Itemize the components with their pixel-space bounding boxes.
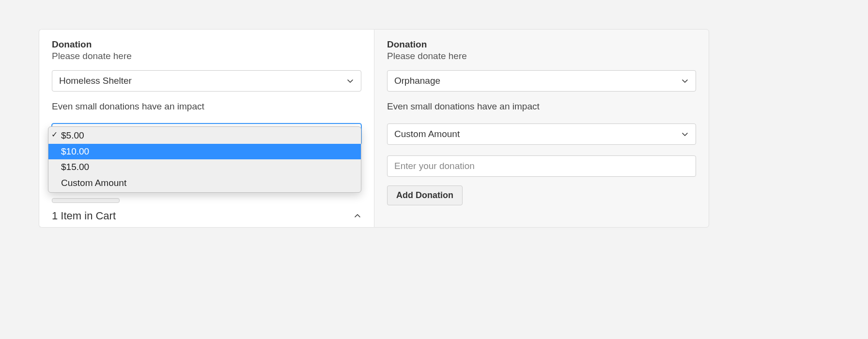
donation-subtitle: Please donate here [387,51,696,62]
custom-amount-input[interactable] [387,155,696,177]
amount-option[interactable]: $15.00 [48,159,361,175]
chevron-down-icon [681,130,689,138]
impact-text: Even small donations have an impact [387,101,696,112]
donation-card-left: Donation Please donate here Homeless She… [39,29,374,228]
donation-title: Donation [387,39,696,50]
donation-title: Donation [52,39,361,50]
cart-summary-text: 1 Item in Cart [52,210,116,222]
recipient-select[interactable]: Homeless Shelter [52,70,361,92]
amount-option[interactable]: Custom Amount [48,175,361,191]
donation-card-right: Donation Please donate here Orphanage Ev… [374,29,709,228]
impact-text: Even small donations have an impact [52,101,361,112]
amount-select[interactable]: Custom Amount [387,123,696,145]
cart-summary-row[interactable]: 1 Item in Cart [52,210,361,222]
amount-option[interactable]: $10.00 [48,144,361,160]
recipient-select-value: Homeless Shelter [59,76,132,86]
chevron-down-icon [346,77,354,85]
amount-option[interactable]: $5.00 [48,128,361,144]
recipient-select-value: Orphanage [394,76,440,86]
chevron-up-icon [354,212,361,220]
chevron-down-icon [681,77,689,85]
add-donation-button[interactable] [52,198,120,203]
amount-dropdown: $5.00 $10.00 $15.00 Custom Amount [48,126,361,193]
donation-subtitle: Please donate here [52,51,361,62]
recipient-select[interactable]: Orphanage [387,70,696,92]
add-donation-button[interactable]: Add Donation [387,185,463,205]
amount-select-value: Custom Amount [394,129,460,139]
